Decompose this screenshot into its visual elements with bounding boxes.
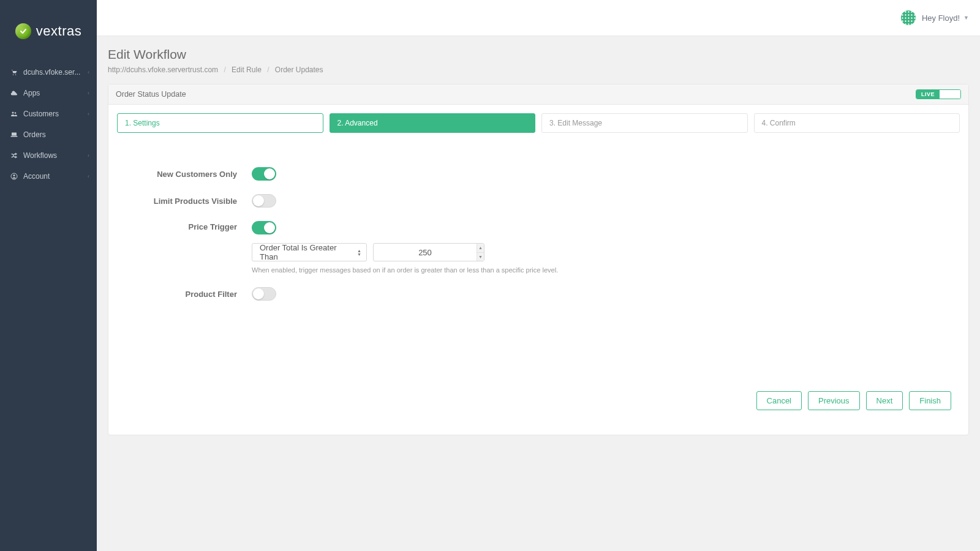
svg-point-3 <box>15 112 17 114</box>
step-edit-message[interactable]: 3. Edit Message <box>541 113 748 133</box>
sidebar-item-label: dcuhs.vfoke.ser... <box>23 68 80 77</box>
laptop-icon <box>10 132 18 138</box>
breadcrumb-item[interactable]: Order Updates <box>275 66 323 74</box>
topbar: Hey Floyd! ▼ <box>97 0 980 36</box>
select-price-comparison[interactable]: Order Total Is Greater Than ▲▼ <box>252 243 367 261</box>
toggle-price-trigger[interactable] <box>252 221 276 234</box>
user-greeting: Hey Floyd! <box>922 13 960 23</box>
sidebar-item-label: Customers <box>23 110 59 118</box>
cloud-icon <box>10 90 18 96</box>
steps-nav: 1. Settings 2. Advanced 3. Edit Message … <box>117 113 960 133</box>
price-amount-spinner: ▲ ▼ <box>477 244 484 261</box>
select-caret-icon: ▲▼ <box>357 249 361 256</box>
step-label: 4. Confirm <box>762 119 796 127</box>
sidebar-item-label: Account <box>23 172 50 181</box>
page-title: Edit Workflow <box>108 47 969 62</box>
row-price-trigger: Price Trigger Order Total Is Greater Tha… <box>117 221 960 274</box>
sidebar-item-label: Apps <box>23 89 40 97</box>
step-label: 3. Edit Message <box>549 119 602 127</box>
sidebar-item-site[interactable]: dcuhs.vfoke.ser... ‹ <box>0 62 97 83</box>
main: Hey Floyd! ▼ Edit Workflow http://dcuhs.… <box>97 0 980 551</box>
price-amount-input-wrap: ▲ ▼ <box>373 243 484 261</box>
row-limit-products-visible: Limit Products Visible <box>117 194 960 208</box>
step-settings[interactable]: 1. Settings <box>117 113 323 133</box>
row-product-filter: Product Filter <box>117 287 960 301</box>
user-avatar[interactable] <box>901 10 916 25</box>
label-limit-products-visible: Limit Products Visible <box>117 197 252 206</box>
step-confirm[interactable]: 4. Confirm <box>754 113 960 133</box>
svg-point-2 <box>12 112 14 114</box>
chevron-left-icon: ‹ <box>88 173 89 179</box>
chevron-left-icon: ‹ <box>88 90 89 96</box>
live-toggle[interactable]: LIVE <box>916 89 961 99</box>
sidebar-item-label: Orders <box>23 130 46 139</box>
sidebar-item-workflows[interactable]: Workflows ‹ <box>0 145 97 166</box>
breadcrumb-item[interactable]: http://dcuhs.vfoke.servertrust.com <box>108 66 218 74</box>
brand-logo: vextras <box>0 0 97 62</box>
cart-icon <box>10 69 18 76</box>
live-label: LIVE <box>916 90 940 99</box>
sidebar-item-label: Workflows <box>23 151 57 160</box>
user-circle-icon <box>10 173 18 180</box>
sidebar-item-customers[interactable]: Customers ‹ <box>0 103 97 124</box>
svg-rect-4 <box>12 133 17 136</box>
price-amount-input[interactable] <box>374 244 477 261</box>
previous-button[interactable]: Previous <box>808 391 860 410</box>
row-new-customers-only: New Customers Only <box>117 167 960 181</box>
toggle-limit-products-visible[interactable] <box>252 194 276 208</box>
label-new-customers-only: New Customers Only <box>117 170 252 179</box>
next-button[interactable]: Next <box>866 391 903 410</box>
panel-footer: Cancel Previous Next Finish <box>117 381 960 421</box>
logo-mark-icon <box>15 23 31 39</box>
spinner-up[interactable]: ▲ <box>477 244 484 253</box>
workflow-panel: Order Status Update LIVE 1. Settings <box>108 84 969 435</box>
chevron-left-icon: ‹ <box>88 152 89 159</box>
sidebar: vextras dcuhs.vfoke.ser... ‹ Apps ‹ Cust… <box>0 0 97 551</box>
select-value: Order Total Is Greater Than <box>260 243 353 261</box>
chevron-left-icon: ‹ <box>88 111 89 117</box>
breadcrumb-sep: / <box>267 66 269 74</box>
cancel-button[interactable]: Cancel <box>756 391 802 410</box>
breadcrumbs: http://dcuhs.vfoke.servertrust.com / Edi… <box>108 66 969 74</box>
svg-rect-5 <box>11 136 18 137</box>
step-advanced[interactable]: 2. Advanced <box>330 113 536 133</box>
toggle-product-filter[interactable] <box>252 287 276 301</box>
label-product-filter: Product Filter <box>117 290 252 299</box>
svg-point-0 <box>13 74 14 75</box>
shuffle-icon <box>10 152 18 159</box>
finish-button[interactable]: Finish <box>909 391 951 410</box>
step-label: 2. Advanced <box>337 119 378 127</box>
breadcrumb-sep: / <box>224 66 225 74</box>
svg-point-7 <box>13 174 15 176</box>
sidebar-item-apps[interactable]: Apps ‹ <box>0 83 97 103</box>
panel-header: Order Status Update LIVE <box>108 84 968 105</box>
chevron-left-icon: ‹ <box>88 69 89 75</box>
label-price-trigger: Price Trigger <box>117 221 252 231</box>
step-label: 1. Settings <box>125 119 160 127</box>
svg-point-1 <box>15 74 17 75</box>
caret-down-icon[interactable]: ▼ <box>963 15 969 21</box>
users-icon <box>10 110 18 118</box>
brand-name: vextras <box>36 23 81 39</box>
panel-title: Order Status Update <box>116 90 186 99</box>
price-trigger-help: When enabled, trigger messages based on … <box>252 266 558 274</box>
spinner-down[interactable]: ▼ <box>477 253 484 261</box>
toggle-new-customers-only[interactable] <box>252 167 276 181</box>
sidebar-item-orders[interactable]: Orders <box>0 124 97 145</box>
breadcrumb-item[interactable]: Edit Rule <box>232 66 262 74</box>
sidebar-item-account[interactable]: Account ‹ <box>0 166 97 187</box>
live-toggle-track <box>940 90 960 99</box>
